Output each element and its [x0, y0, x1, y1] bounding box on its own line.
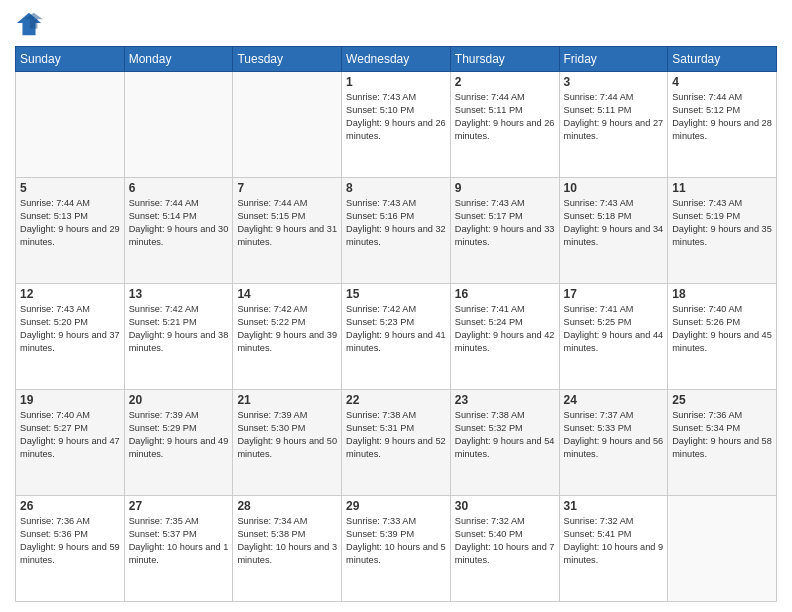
calendar-cell: 8Sunrise: 7:43 AM Sunset: 5:16 PM Daylig…	[342, 178, 451, 284]
header	[15, 10, 777, 38]
calendar-week-5: 26Sunrise: 7:36 AM Sunset: 5:36 PM Dayli…	[16, 496, 777, 602]
calendar-cell: 30Sunrise: 7:32 AM Sunset: 5:40 PM Dayli…	[450, 496, 559, 602]
calendar-week-3: 12Sunrise: 7:43 AM Sunset: 5:20 PM Dayli…	[16, 284, 777, 390]
calendar-cell: 20Sunrise: 7:39 AM Sunset: 5:29 PM Dayli…	[124, 390, 233, 496]
day-info: Sunrise: 7:42 AM Sunset: 5:21 PM Dayligh…	[129, 303, 229, 355]
calendar-cell: 15Sunrise: 7:42 AM Sunset: 5:23 PM Dayli…	[342, 284, 451, 390]
day-info: Sunrise: 7:37 AM Sunset: 5:33 PM Dayligh…	[564, 409, 664, 461]
day-number: 16	[455, 287, 555, 301]
logo-icon	[15, 10, 43, 38]
calendar-cell: 19Sunrise: 7:40 AM Sunset: 5:27 PM Dayli…	[16, 390, 125, 496]
calendar-cell: 29Sunrise: 7:33 AM Sunset: 5:39 PM Dayli…	[342, 496, 451, 602]
day-number: 24	[564, 393, 664, 407]
day-number: 7	[237, 181, 337, 195]
day-number: 25	[672, 393, 772, 407]
weekday-header-friday: Friday	[559, 47, 668, 72]
day-number: 19	[20, 393, 120, 407]
day-number: 18	[672, 287, 772, 301]
day-number: 20	[129, 393, 229, 407]
calendar-cell: 9Sunrise: 7:43 AM Sunset: 5:17 PM Daylig…	[450, 178, 559, 284]
weekday-header-sunday: Sunday	[16, 47, 125, 72]
day-info: Sunrise: 7:34 AM Sunset: 5:38 PM Dayligh…	[237, 515, 337, 567]
weekday-header-saturday: Saturday	[668, 47, 777, 72]
day-info: Sunrise: 7:43 AM Sunset: 5:20 PM Dayligh…	[20, 303, 120, 355]
day-info: Sunrise: 7:44 AM Sunset: 5:11 PM Dayligh…	[564, 91, 664, 143]
weekday-header-wednesday: Wednesday	[342, 47, 451, 72]
day-number: 8	[346, 181, 446, 195]
calendar-cell	[233, 72, 342, 178]
day-info: Sunrise: 7:43 AM Sunset: 5:18 PM Dayligh…	[564, 197, 664, 249]
calendar-cell: 6Sunrise: 7:44 AM Sunset: 5:14 PM Daylig…	[124, 178, 233, 284]
calendar-cell: 1Sunrise: 7:43 AM Sunset: 5:10 PM Daylig…	[342, 72, 451, 178]
weekday-header-monday: Monday	[124, 47, 233, 72]
day-number: 10	[564, 181, 664, 195]
calendar-cell	[124, 72, 233, 178]
calendar-cell: 25Sunrise: 7:36 AM Sunset: 5:34 PM Dayli…	[668, 390, 777, 496]
day-number: 27	[129, 499, 229, 513]
calendar-cell: 10Sunrise: 7:43 AM Sunset: 5:18 PM Dayli…	[559, 178, 668, 284]
day-number: 1	[346, 75, 446, 89]
calendar-week-1: 1Sunrise: 7:43 AM Sunset: 5:10 PM Daylig…	[16, 72, 777, 178]
day-info: Sunrise: 7:44 AM Sunset: 5:14 PM Dayligh…	[129, 197, 229, 249]
day-number: 4	[672, 75, 772, 89]
calendar-cell: 27Sunrise: 7:35 AM Sunset: 5:37 PM Dayli…	[124, 496, 233, 602]
calendar-cell: 4Sunrise: 7:44 AM Sunset: 5:12 PM Daylig…	[668, 72, 777, 178]
calendar-cell: 13Sunrise: 7:42 AM Sunset: 5:21 PM Dayli…	[124, 284, 233, 390]
calendar-cell: 12Sunrise: 7:43 AM Sunset: 5:20 PM Dayli…	[16, 284, 125, 390]
day-number: 17	[564, 287, 664, 301]
day-info: Sunrise: 7:33 AM Sunset: 5:39 PM Dayligh…	[346, 515, 446, 567]
calendar-cell: 24Sunrise: 7:37 AM Sunset: 5:33 PM Dayli…	[559, 390, 668, 496]
day-number: 5	[20, 181, 120, 195]
calendar-cell: 23Sunrise: 7:38 AM Sunset: 5:32 PM Dayli…	[450, 390, 559, 496]
day-info: Sunrise: 7:40 AM Sunset: 5:26 PM Dayligh…	[672, 303, 772, 355]
logo	[15, 10, 45, 38]
day-number: 9	[455, 181, 555, 195]
day-number: 3	[564, 75, 664, 89]
day-number: 26	[20, 499, 120, 513]
day-number: 6	[129, 181, 229, 195]
day-info: Sunrise: 7:42 AM Sunset: 5:23 PM Dayligh…	[346, 303, 446, 355]
calendar-cell: 5Sunrise: 7:44 AM Sunset: 5:13 PM Daylig…	[16, 178, 125, 284]
day-number: 12	[20, 287, 120, 301]
day-info: Sunrise: 7:44 AM Sunset: 5:15 PM Dayligh…	[237, 197, 337, 249]
page: SundayMondayTuesdayWednesdayThursdayFrid…	[0, 0, 792, 612]
day-number: 11	[672, 181, 772, 195]
day-info: Sunrise: 7:38 AM Sunset: 5:31 PM Dayligh…	[346, 409, 446, 461]
weekday-header-row: SundayMondayTuesdayWednesdayThursdayFrid…	[16, 47, 777, 72]
calendar-cell: 14Sunrise: 7:42 AM Sunset: 5:22 PM Dayli…	[233, 284, 342, 390]
day-info: Sunrise: 7:32 AM Sunset: 5:41 PM Dayligh…	[564, 515, 664, 567]
day-number: 15	[346, 287, 446, 301]
calendar-cell: 21Sunrise: 7:39 AM Sunset: 5:30 PM Dayli…	[233, 390, 342, 496]
calendar-cell: 26Sunrise: 7:36 AM Sunset: 5:36 PM Dayli…	[16, 496, 125, 602]
day-number: 2	[455, 75, 555, 89]
day-info: Sunrise: 7:43 AM Sunset: 5:16 PM Dayligh…	[346, 197, 446, 249]
day-info: Sunrise: 7:36 AM Sunset: 5:36 PM Dayligh…	[20, 515, 120, 567]
day-info: Sunrise: 7:40 AM Sunset: 5:27 PM Dayligh…	[20, 409, 120, 461]
day-number: 30	[455, 499, 555, 513]
day-info: Sunrise: 7:35 AM Sunset: 5:37 PM Dayligh…	[129, 515, 229, 567]
day-info: Sunrise: 7:42 AM Sunset: 5:22 PM Dayligh…	[237, 303, 337, 355]
day-number: 31	[564, 499, 664, 513]
calendar-cell: 7Sunrise: 7:44 AM Sunset: 5:15 PM Daylig…	[233, 178, 342, 284]
day-info: Sunrise: 7:43 AM Sunset: 5:19 PM Dayligh…	[672, 197, 772, 249]
day-info: Sunrise: 7:32 AM Sunset: 5:40 PM Dayligh…	[455, 515, 555, 567]
calendar-cell: 18Sunrise: 7:40 AM Sunset: 5:26 PM Dayli…	[668, 284, 777, 390]
calendar-cell: 22Sunrise: 7:38 AM Sunset: 5:31 PM Dayli…	[342, 390, 451, 496]
day-info: Sunrise: 7:41 AM Sunset: 5:25 PM Dayligh…	[564, 303, 664, 355]
calendar-cell: 31Sunrise: 7:32 AM Sunset: 5:41 PM Dayli…	[559, 496, 668, 602]
weekday-header-tuesday: Tuesday	[233, 47, 342, 72]
calendar-cell: 3Sunrise: 7:44 AM Sunset: 5:11 PM Daylig…	[559, 72, 668, 178]
day-number: 14	[237, 287, 337, 301]
day-info: Sunrise: 7:44 AM Sunset: 5:13 PM Dayligh…	[20, 197, 120, 249]
day-info: Sunrise: 7:43 AM Sunset: 5:17 PM Dayligh…	[455, 197, 555, 249]
calendar-table: SundayMondayTuesdayWednesdayThursdayFrid…	[15, 46, 777, 602]
calendar-cell: 28Sunrise: 7:34 AM Sunset: 5:38 PM Dayli…	[233, 496, 342, 602]
day-info: Sunrise: 7:41 AM Sunset: 5:24 PM Dayligh…	[455, 303, 555, 355]
day-info: Sunrise: 7:43 AM Sunset: 5:10 PM Dayligh…	[346, 91, 446, 143]
calendar-cell	[16, 72, 125, 178]
calendar-cell: 2Sunrise: 7:44 AM Sunset: 5:11 PM Daylig…	[450, 72, 559, 178]
calendar-cell: 17Sunrise: 7:41 AM Sunset: 5:25 PM Dayli…	[559, 284, 668, 390]
day-number: 13	[129, 287, 229, 301]
calendar-cell	[668, 496, 777, 602]
day-info: Sunrise: 7:38 AM Sunset: 5:32 PM Dayligh…	[455, 409, 555, 461]
